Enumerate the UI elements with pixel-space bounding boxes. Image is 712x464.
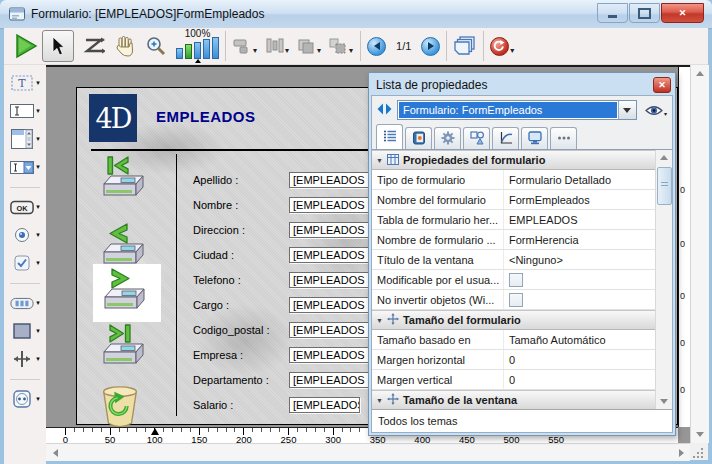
maximize-button[interactable] (629, 3, 660, 23)
duplicate-dropdown-arrow[interactable]: ▾ (349, 46, 353, 55)
distribute-dropdown-arrow[interactable]: ▾ (285, 46, 289, 55)
tool-radio-button[interactable]: ▾ (10, 225, 40, 245)
collapse-triangle-icon[interactable]: ▼ (376, 157, 383, 164)
pointer-tool-button[interactable] (42, 30, 74, 62)
property-checkbox[interactable] (509, 293, 523, 307)
object-selector-combobox[interactable]: Formulario: FormEmpleados (397, 100, 637, 120)
distribute-tool-button[interactable] (264, 37, 284, 55)
property-value[interactable]: 0 (503, 370, 656, 389)
vertical-scrollbar[interactable] (690, 65, 709, 443)
next-page-button[interactable] (421, 37, 440, 56)
properties-scroll-up[interactable] (656, 150, 672, 165)
properties-scrollbar[interactable] (655, 150, 672, 409)
zoom-level-widget[interactable]: 100% (176, 29, 219, 63)
tool-rectangle-dropdown-arrow[interactable]: ▾ (36, 327, 40, 335)
property-value[interactable]: EMPLEADOS (503, 210, 656, 229)
resize-grip[interactable] (690, 443, 708, 460)
property-value[interactable]: FormHerencia (503, 230, 656, 249)
tab-chart[interactable] (492, 127, 519, 149)
tool-button-grid-dropdown-arrow[interactable]: ▾ (36, 299, 40, 307)
property-value[interactable]: <Ninguno> (503, 250, 656, 269)
scroll-up-arrow[interactable] (692, 66, 708, 81)
tool-splitter-dropdown-arrow[interactable]: ▾ (36, 355, 40, 363)
section-header[interactable]: ▼Propiedades del formulario (372, 150, 656, 170)
scroll-down-arrow[interactable] (692, 427, 708, 442)
section-header[interactable]: ▼Tamaño de la ventana (372, 390, 656, 409)
properties-scroll-down[interactable] (656, 394, 672, 409)
tool-list-box[interactable]: ▾ (10, 129, 40, 149)
collapse-triangle-icon[interactable]: ▼ (376, 317, 383, 324)
tool-checkbox-dropdown-arrow[interactable]: ▾ (36, 259, 40, 267)
tool-plugin-area[interactable]: ▾ (10, 389, 40, 409)
object-prev-next-icon[interactable] (377, 103, 392, 117)
level-tool-button[interactable] (296, 37, 316, 55)
duplicate-grid-tool-button[interactable] (328, 37, 348, 55)
property-value[interactable]: 0 (503, 350, 656, 369)
close-button[interactable]: ✕ (661, 3, 704, 23)
pan-tool-button[interactable] (115, 35, 135, 57)
tab-more[interactable] (550, 127, 577, 149)
run-form-button[interactable] (14, 33, 38, 59)
scroll-left-arrow[interactable] (47, 445, 63, 460)
show-hide-properties-button[interactable]: ▾ (645, 104, 667, 117)
tool-button[interactable]: OK▾ (10, 197, 40, 217)
tool-checkbox[interactable]: ▾ (10, 253, 40, 273)
shapes-tab-icon (470, 131, 484, 147)
tab-book[interactable] (405, 127, 432, 149)
tab-list[interactable] (376, 124, 403, 149)
property-value[interactable]: Tamaño Automático (503, 330, 656, 349)
tool-combo-box-dropdown-arrow[interactable]: ▾ (36, 163, 40, 171)
align-tool-button[interactable] (232, 37, 252, 55)
tool-splitter[interactable]: ▾ (10, 349, 40, 369)
tool-button-grid[interactable]: ▾ (10, 293, 40, 313)
zoom-bars-icon[interactable] (176, 39, 219, 59)
properties-panel[interactable]: Lista de propiedades ✕ Formulario: FormE… (368, 72, 676, 436)
property-value[interactable] (503, 290, 656, 309)
section-header[interactable]: ▼Tamaño del formulario (372, 310, 656, 330)
tool-input[interactable]: ▾ (10, 101, 40, 121)
property-label: Tamaño basado en (372, 334, 503, 346)
property-checkbox[interactable] (509, 273, 523, 287)
tab-monitor[interactable] (521, 127, 548, 149)
tool-input-dropdown-arrow[interactable]: ▾ (36, 107, 40, 115)
horizontal-scrollbar[interactable] (46, 443, 690, 461)
tab-gear[interactable] (434, 127, 461, 149)
tool-radio-button-dropdown-arrow[interactable]: ▾ (36, 231, 40, 239)
field-value-box[interactable]: [EMPLEADOS (289, 397, 360, 413)
scroll-right-arrow[interactable] (673, 445, 689, 460)
entry-order-tool-button[interactable] (83, 37, 105, 55)
title-bar[interactable]: Formulario: [EMPLEADOS]FormEmpleados ✕ (0, 0, 712, 29)
property-value[interactable]: FormEmpleados (503, 190, 656, 209)
previous-page-button[interactable] (367, 37, 386, 56)
object-selector-dropdown-arrow[interactable] (618, 101, 636, 119)
properties-panel-titlebar[interactable]: Lista de propiedades ✕ (371, 75, 673, 95)
property-value[interactable]: Formulario Detallado (503, 170, 656, 189)
properties-scroll-thumb[interactable] (657, 167, 672, 205)
align-dropdown-arrow[interactable]: ▾ (253, 46, 257, 55)
property-value[interactable] (503, 270, 656, 289)
tool-plugin-area-dropdown-arrow[interactable]: ▾ (36, 395, 40, 403)
minimize-button[interactable] (597, 3, 628, 23)
level-dropdown-arrow[interactable]: ▾ (317, 46, 321, 55)
properties-panel-close-button[interactable]: ✕ (653, 77, 671, 93)
zoom-tool-button[interactable] (145, 35, 167, 57)
page-list-button[interactable] (453, 35, 477, 57)
tool-list-box-dropdown-arrow[interactable]: ▾ (36, 135, 40, 143)
tool-static-text-dropdown-arrow[interactable]: ▾ (36, 79, 40, 87)
button-grid-tool-icon (10, 297, 34, 310)
collapse-triangle-icon[interactable]: ▼ (376, 397, 383, 404)
field-label: Codigo_postal : (193, 324, 289, 336)
database-dropdown-arrow[interactable]: ▾ (510, 46, 514, 55)
theme-filter-status[interactable]: Todos los temas (372, 409, 672, 432)
tool-rectangle[interactable]: ▾ (10, 321, 40, 341)
database-tool-button[interactable] (490, 37, 509, 56)
checkbox-tool-icon (10, 255, 34, 271)
property-label: Título de la ventana (372, 254, 503, 266)
toolbox-separator (10, 187, 40, 188)
tab-shapes[interactable] (463, 127, 490, 149)
tool-button-dropdown-arrow[interactable]: ▾ (36, 203, 40, 211)
tool-static-text[interactable]: T▾ (10, 73, 40, 93)
vertical-ruler-label: 0 (680, 338, 685, 348)
tool-combo-box[interactable]: ▾ (10, 157, 40, 177)
plugin-area-tool-icon (10, 390, 34, 408)
